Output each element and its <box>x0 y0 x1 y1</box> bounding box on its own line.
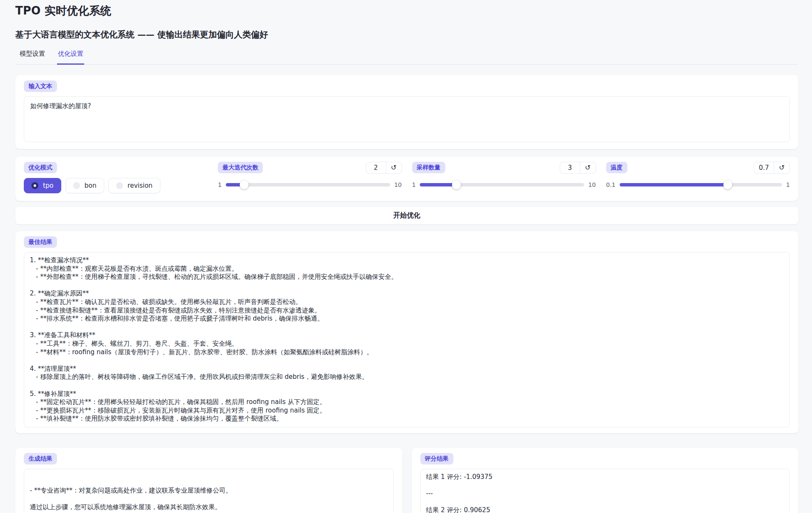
temperature-slider[interactable] <box>620 183 782 186</box>
slider-max-label: 1 <box>786 181 790 188</box>
sample-count-slider[interactable] <box>420 183 584 186</box>
generated-result-text[interactable]: - **专业咨询**：对复杂问题或高处作业，建议联系专业屋顶维修公司。 通过以上… <box>24 469 394 513</box>
slider-thumb[interactable] <box>239 181 248 189</box>
sample-count-badge: 采样数量 <box>412 162 445 173</box>
slider-fill <box>420 183 456 186</box>
generated-result-content: - **专业咨询**：对复杂问题或高处作业，建议联系专业屋顶维修公司。 通过以上… <box>30 487 388 513</box>
max-iterations-numbox: ↺ <box>366 162 402 174</box>
score-result-text[interactable]: 结果 1 评分: -1.09375 --- 结果 2 评分: 0.90625 -… <box>420 469 790 513</box>
mode-option-revision[interactable]: revision <box>108 178 160 193</box>
tab-optimize-settings[interactable]: 优化设置 <box>57 50 84 65</box>
start-optimization-button[interactable]: 开始优化 <box>15 207 798 224</box>
radio-icon <box>31 182 38 189</box>
mode-option-bon[interactable]: bon <box>66 178 104 193</box>
slider-fill <box>620 183 728 186</box>
generated-result-card: 生成结果 - **专业咨询**：对复杂问题或高处作业，建议联系专业屋顶维修公司。… <box>15 448 402 513</box>
max-iterations-slider[interactable] <box>226 183 390 186</box>
best-result-badge: 最佳结果 <box>24 236 57 248</box>
input-text-card: 输入文本 如何修理漏水的屋顶? <box>15 75 798 149</box>
page: TPO 实时优化系统 基于大语言模型的文本优化系统 —— 使输出结果更加偏向人类… <box>0 0 812 513</box>
slider-max-label: 10 <box>588 181 596 188</box>
page-title: TPO 实时优化系统 <box>15 3 798 18</box>
score-result-card: 评分结果 结果 1 评分: -1.09375 --- 结果 2 评分: 0.90… <box>412 448 799 513</box>
max-iterations-control: 最大迭代次数 ↺ 1 10 <box>218 162 402 188</box>
temperature-numbox: ↺ <box>754 162 790 174</box>
radio-icon <box>116 182 123 189</box>
score-result-badge: 评分结果 <box>420 453 453 464</box>
tab-bar: 模型设置 优化设置 <box>15 50 798 65</box>
max-iterations-input[interactable] <box>366 162 386 173</box>
input-text-badge: 输入文本 <box>24 80 57 92</box>
mode-control: 优化模式 tpo bon revision <box>24 162 208 193</box>
reset-icon[interactable]: ↺ <box>774 162 789 173</box>
slider-min-label: 0.1 <box>606 181 615 188</box>
controls-card: 优化模式 tpo bon revision <box>15 157 798 201</box>
mode-options: tpo bon revision <box>24 178 208 193</box>
slider-min-label: 1 <box>218 181 222 188</box>
max-iterations-badge: 最大迭代次数 <box>218 162 263 173</box>
mode-badge: 优化模式 <box>24 162 57 173</box>
temperature-badge: 温度 <box>606 162 627 173</box>
reset-icon[interactable]: ↺ <box>580 162 595 173</box>
mode-option-label: bon <box>85 182 97 189</box>
mode-option-label: tpo <box>43 182 54 189</box>
temperature-input[interactable] <box>754 162 774 173</box>
best-result-text[interactable]: 1. **检查漏水情况** - **内部检查**：观察天花板是否有水渍、斑点或霉… <box>24 252 790 427</box>
sample-count-numbox: ↺ <box>560 162 596 174</box>
slider-max-label: 10 <box>394 181 402 188</box>
slider-min-label: 1 <box>412 181 416 188</box>
sample-count-input[interactable] <box>560 162 580 173</box>
radio-icon <box>73 182 80 189</box>
slider-thumb[interactable] <box>724 181 732 189</box>
sample-count-control: 采样数量 ↺ 1 10 <box>412 162 596 188</box>
best-result-card: 最佳结果 1. **检查漏水情况** - **内部检查**：观察天花板是否有水渍… <box>15 231 798 433</box>
slider-thumb[interactable] <box>452 181 461 189</box>
page-subtitle: 基于大语言模型的文本优化系统 —— 使输出结果更加偏向人类偏好 <box>15 29 798 40</box>
temperature-control: 温度 ↺ 0.1 1 <box>606 162 790 188</box>
tab-model-settings[interactable]: 模型设置 <box>19 50 46 65</box>
reset-icon[interactable]: ↺ <box>386 162 402 173</box>
mode-option-tpo[interactable]: tpo <box>24 178 61 193</box>
generated-result-badge: 生成结果 <box>24 453 57 464</box>
mode-option-label: revision <box>128 182 153 189</box>
input-textarea[interactable]: 如何修理漏水的屋顶? <box>24 96 790 142</box>
